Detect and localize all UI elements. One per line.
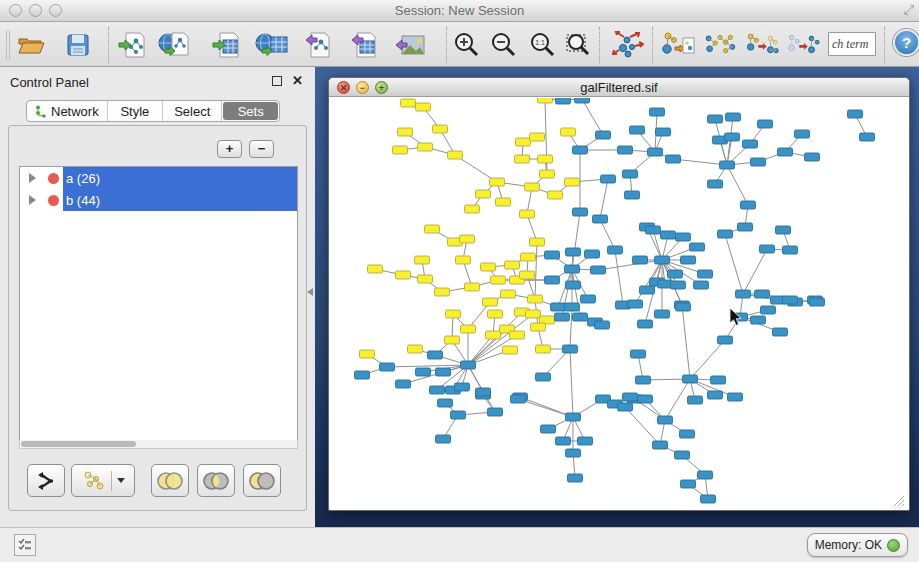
graph-node[interactable] — [530, 238, 545, 246]
toolbar-grip[interactable] — [6, 30, 10, 60]
graph-node[interactable] — [758, 120, 773, 128]
graph-node[interactable] — [380, 363, 395, 371]
graph-node[interactable] — [648, 148, 663, 156]
graph-node[interactable] — [596, 131, 611, 139]
graph-node[interactable] — [541, 425, 556, 433]
graph-node[interactable] — [428, 351, 443, 359]
graph-node[interactable] — [805, 153, 820, 161]
graph-node[interactable] — [728, 393, 743, 401]
graph-node[interactable] — [694, 281, 709, 289]
graph-node[interactable] — [368, 265, 383, 273]
graph-node[interactable] — [565, 265, 580, 273]
graph-node[interactable] — [650, 108, 665, 116]
graph-node[interactable] — [476, 190, 491, 198]
graph-node[interactable] — [668, 270, 683, 278]
graph-node[interactable] — [566, 281, 581, 289]
graph-node[interactable] — [481, 263, 496, 271]
graph-node[interactable] — [548, 191, 563, 199]
graph-node[interactable] — [418, 275, 433, 283]
difference-networks-button[interactable] — [745, 28, 779, 62]
set-label[interactable]: b (44) — [63, 189, 297, 211]
graph-node[interactable] — [658, 416, 673, 424]
disclosure-triangle-icon[interactable] — [29, 173, 36, 183]
graph-node[interactable] — [618, 403, 633, 411]
graph-node[interactable] — [448, 151, 463, 159]
graph-node[interactable] — [355, 371, 370, 379]
graph-node[interactable] — [490, 178, 505, 186]
graph-node[interactable] — [761, 306, 776, 314]
merge-networks-button[interactable] — [703, 28, 737, 62]
graph-node[interactable] — [491, 276, 506, 284]
graph-node[interactable] — [488, 310, 503, 318]
graph-node[interactable] — [505, 261, 520, 269]
network-graph[interactable] — [330, 98, 908, 510]
graph-node[interactable] — [676, 303, 691, 311]
graph-node[interactable] — [725, 133, 740, 141]
graph-node[interactable] — [556, 437, 571, 445]
graph-node[interactable] — [573, 208, 588, 216]
import-table-file-button[interactable] — [210, 28, 244, 62]
graph-node[interactable] — [561, 128, 576, 136]
graph-node[interactable] — [633, 256, 648, 264]
list-item[interactable]: a (26) — [20, 167, 297, 189]
difference-button[interactable] — [243, 464, 281, 497]
graph-node[interactable] — [446, 310, 461, 318]
graph-node[interactable] — [636, 376, 651, 384]
graph-node[interactable] — [503, 346, 518, 354]
remove-set-button[interactable]: − — [249, 140, 274, 158]
graph-node[interactable] — [401, 99, 416, 107]
graph-node[interactable] — [416, 103, 431, 111]
graph-node[interactable] — [760, 245, 775, 253]
help-button[interactable]: ? — [893, 29, 919, 56]
graph-node[interactable] — [433, 125, 448, 133]
scrollbar-thumb[interactable] — [21, 441, 136, 447]
task-history-button[interactable] — [14, 534, 36, 556]
graph-node[interactable] — [726, 113, 741, 121]
graph-node[interactable] — [701, 495, 716, 503]
import-network-web-button[interactable] — [158, 28, 192, 62]
intersection-button[interactable] — [197, 464, 235, 497]
graph-node[interactable] — [573, 146, 588, 154]
graph-node[interactable] — [461, 325, 476, 333]
import-table-web-button[interactable] — [255, 28, 289, 62]
copy-network-button[interactable] — [661, 28, 695, 62]
graph-node[interactable] — [810, 298, 825, 306]
graph-node[interactable] — [516, 138, 531, 146]
graph-node[interactable] — [530, 133, 545, 141]
graph-node[interactable] — [566, 248, 581, 256]
graph-node[interactable] — [681, 480, 696, 488]
tab-network[interactable]: Network — [27, 101, 108, 121]
graph-node[interactable] — [578, 437, 593, 445]
graph-node[interactable] — [465, 205, 480, 213]
graph-node[interactable] — [661, 231, 676, 239]
close-panel-icon[interactable]: ✕ — [292, 73, 303, 88]
graph-node[interactable] — [638, 320, 653, 328]
graph-node[interactable] — [675, 451, 690, 459]
tab-sets[interactable]: Sets — [223, 102, 278, 120]
set-label[interactable]: a (26) — [63, 167, 297, 189]
export-table-button[interactable] — [347, 28, 381, 62]
graph-node[interactable] — [708, 180, 723, 188]
graph-node[interactable] — [738, 223, 753, 231]
graph-node[interactable] — [690, 243, 705, 251]
graph-node[interactable] — [711, 376, 726, 384]
graph-node[interactable] — [575, 98, 590, 103]
graph-node[interactable] — [743, 140, 758, 148]
graph-node[interactable] — [528, 295, 543, 303]
graph-node[interactable] — [676, 233, 691, 241]
fullscreen-icon[interactable]: ⤢ — [904, 2, 914, 18]
graph-node[interactable] — [585, 250, 600, 258]
graph-node[interactable] — [718, 230, 733, 238]
graph-node[interactable] — [396, 380, 411, 388]
split-set-button[interactable] — [27, 464, 65, 497]
graph-node[interactable] — [741, 201, 756, 209]
graph-node[interactable] — [515, 155, 530, 163]
graph-node[interactable] — [520, 210, 535, 218]
export-image-button[interactable] — [392, 28, 426, 62]
graph-node[interactable] — [568, 474, 583, 482]
graph-node[interactable] — [688, 396, 703, 404]
graph-node[interactable] — [631, 350, 646, 358]
graph-node[interactable] — [545, 251, 560, 259]
graph-node[interactable] — [640, 286, 655, 294]
graph-node[interactable] — [545, 276, 560, 284]
